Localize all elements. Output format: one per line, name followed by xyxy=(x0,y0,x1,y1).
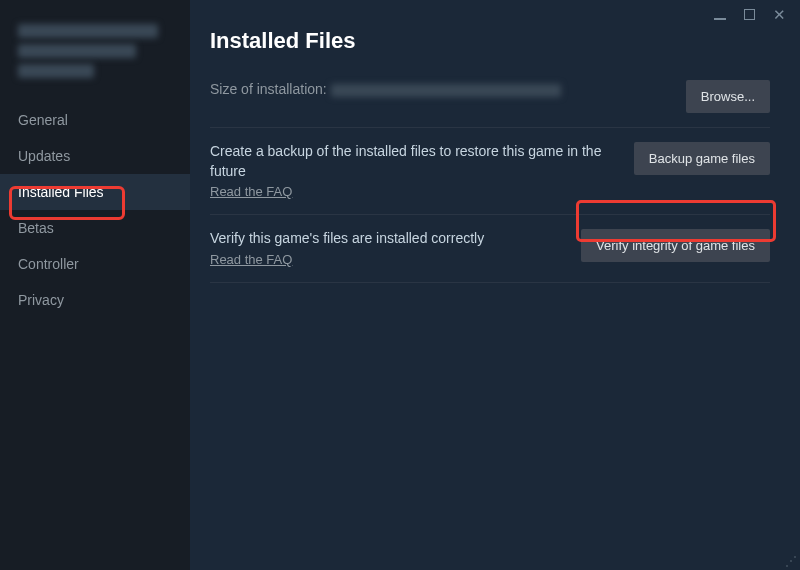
row-verify: Verify this game's files are installed c… xyxy=(210,215,770,283)
window-titlebar: ✕ xyxy=(714,0,800,28)
install-size-label: Size of installation: xyxy=(210,81,327,97)
row-install-size: Size of installation: Browse... xyxy=(210,80,770,128)
sidebar-item-controller[interactable]: Controller xyxy=(0,246,190,282)
resize-grip-icon[interactable]: ⋰ xyxy=(785,555,797,567)
page-title: Installed Files xyxy=(210,28,770,54)
verify-integrity-button[interactable]: Verify integrity of game files xyxy=(581,229,770,262)
backup-description: Create a backup of the installed files t… xyxy=(210,142,614,181)
window-maximize-button[interactable] xyxy=(744,7,755,22)
sidebar-item-updates[interactable]: Updates xyxy=(0,138,190,174)
backup-game-files-button[interactable]: Backup game files xyxy=(634,142,770,175)
main-content: Installed Files Size of installation: Br… xyxy=(190,0,800,570)
install-size-value-blurred xyxy=(331,84,561,97)
verify-description: Verify this game's files are installed c… xyxy=(210,229,561,249)
sidebar-nav: General Updates Installed Files Betas Co… xyxy=(0,102,190,318)
sidebar-item-betas[interactable]: Betas xyxy=(0,210,190,246)
browse-button[interactable]: Browse... xyxy=(686,80,770,113)
verify-faq-link[interactable]: Read the FAQ xyxy=(210,252,292,267)
sidebar-item-privacy[interactable]: Privacy xyxy=(0,282,190,318)
sidebar-item-installed-files[interactable]: Installed Files xyxy=(0,174,190,210)
game-title xyxy=(0,24,190,102)
sidebar-item-general[interactable]: General xyxy=(0,102,190,138)
row-backup: Create a backup of the installed files t… xyxy=(210,128,770,215)
sidebar: General Updates Installed Files Betas Co… xyxy=(0,0,190,570)
window-close-button[interactable]: ✕ xyxy=(773,7,786,22)
backup-faq-link[interactable]: Read the FAQ xyxy=(210,184,292,199)
window-minimize-button[interactable] xyxy=(714,7,726,22)
